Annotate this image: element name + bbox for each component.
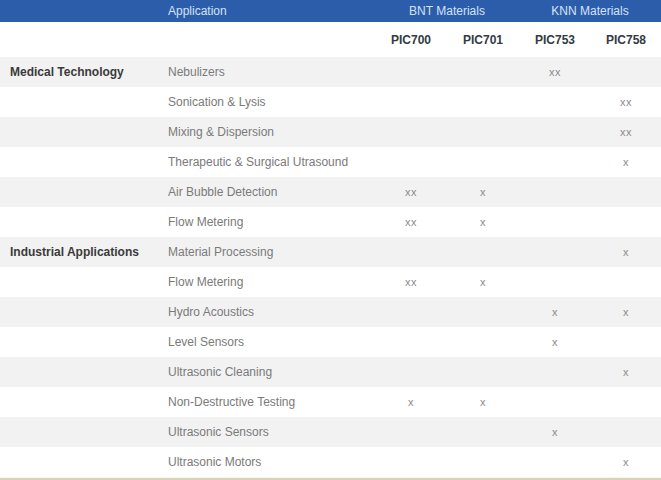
mark-cell-pic758: x bbox=[591, 306, 661, 318]
application-label: Ultrasonic Motors bbox=[165, 455, 375, 469]
application-label: Non-Destructive Testing bbox=[165, 395, 375, 409]
application-label: Material Processing bbox=[165, 245, 375, 259]
application-label: Hydro Acoustics bbox=[165, 305, 375, 319]
application-label: Level Sensors bbox=[165, 335, 375, 349]
mark-cell-pic700: xx bbox=[375, 216, 447, 228]
mark-cell-pic758: xx bbox=[591, 126, 661, 138]
application-label: Sonication & Lysis bbox=[165, 95, 375, 109]
mark-cell-pic753: x bbox=[519, 336, 591, 348]
mark-cell-pic700: xx bbox=[375, 276, 447, 288]
application-column-header: Application bbox=[165, 4, 375, 18]
application-label: Nebulizers bbox=[165, 65, 375, 79]
application-label: Air Bubble Detection bbox=[165, 185, 375, 199]
mark-cell-pic700: xx bbox=[375, 186, 447, 198]
mark-cell-pic758: x bbox=[591, 456, 661, 468]
table-row: Flow Meteringxxx bbox=[0, 267, 661, 297]
mark-cell-pic758: x bbox=[591, 156, 661, 168]
table-row: Non-Destructive Testingxx bbox=[0, 387, 661, 417]
application-label: Ultrasonic Cleaning bbox=[165, 365, 375, 379]
application-label: Flow Metering bbox=[165, 275, 375, 289]
mark-cell-pic701: x bbox=[447, 186, 519, 198]
table-header-bar: Application BNT Materials KNN Materials bbox=[0, 0, 661, 22]
application-label: Mixing & Dispersion bbox=[165, 125, 375, 139]
table-row: Ultrasonic Motorsx bbox=[0, 447, 661, 477]
mark-cell-pic701: x bbox=[447, 396, 519, 408]
table-row: Flow Meteringxxx bbox=[0, 207, 661, 237]
mark-cell-pic758: x bbox=[591, 366, 661, 378]
table-row: Air Bubble Detectionxxx bbox=[0, 177, 661, 207]
mark-cell-pic758: xx bbox=[591, 96, 661, 108]
mark-cell-pic753: x bbox=[519, 306, 591, 318]
table-row: Mixing & Dispersionxx bbox=[0, 117, 661, 147]
table-row: Sonication & Lysisxx bbox=[0, 87, 661, 117]
mark-cell-pic701: x bbox=[447, 276, 519, 288]
column-header-pic753: PIC753 bbox=[519, 33, 591, 47]
mark-cell-pic758: x bbox=[591, 246, 661, 258]
table-row: Hydro Acousticsxx bbox=[0, 297, 661, 327]
application-label: Flow Metering bbox=[165, 215, 375, 229]
mark-cell-pic700: x bbox=[375, 396, 447, 408]
application-label: Ultrasonic Sensors bbox=[165, 425, 375, 439]
table-body: Medical TechnologyNebulizersxxSonication… bbox=[0, 57, 661, 477]
column-header-pic701: PIC701 bbox=[447, 33, 519, 47]
knn-materials-group-header: KNN Materials bbox=[519, 4, 661, 18]
material-columns-row: PIC700 PIC701 PIC753 PIC758 bbox=[0, 22, 661, 57]
table-row: Therapeutic & Surgical Utrasoundx bbox=[0, 147, 661, 177]
column-header-pic700: PIC700 bbox=[375, 33, 447, 47]
bnt-materials-group-header: BNT Materials bbox=[375, 4, 519, 18]
group-label: Industrial Applications bbox=[0, 245, 165, 259]
table-row: Industrial ApplicationsMaterial Processi… bbox=[0, 237, 661, 267]
mark-cell-pic753: x bbox=[519, 426, 591, 438]
column-header-pic758: PIC758 bbox=[591, 33, 661, 47]
material-application-table: Application BNT Materials KNN Materials … bbox=[0, 0, 661, 480]
application-label: Therapeutic & Surgical Utrasound bbox=[165, 155, 375, 169]
mark-cell-pic753: xx bbox=[519, 66, 591, 78]
table-row: Medical TechnologyNebulizersxx bbox=[0, 57, 661, 87]
table-row: Level Sensorsx bbox=[0, 327, 661, 357]
group-label: Medical Technology bbox=[0, 65, 165, 79]
table-row: Ultrasonic Cleaningx bbox=[0, 357, 661, 387]
table-row: Ultrasonic Sensorsx bbox=[0, 417, 661, 447]
mark-cell-pic701: x bbox=[447, 216, 519, 228]
